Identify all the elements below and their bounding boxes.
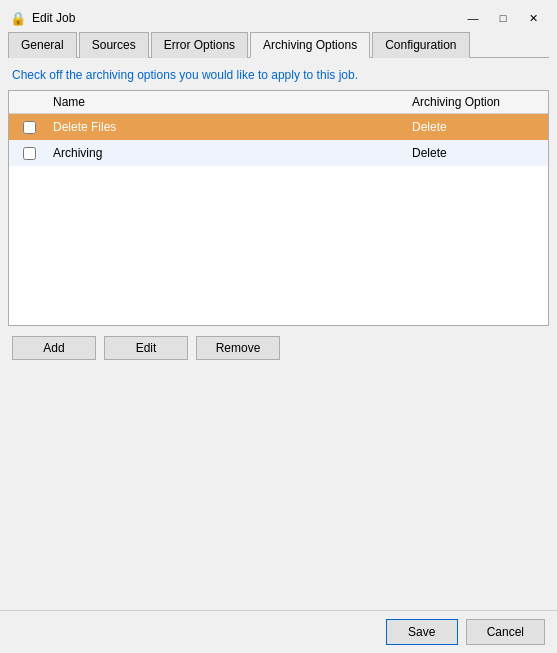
bottom-bar: Save Cancel xyxy=(0,610,557,653)
spacer xyxy=(8,368,549,602)
add-button[interactable]: Add xyxy=(12,336,96,360)
tab-error-options[interactable]: Error Options xyxy=(151,32,248,58)
tab-archiving-options[interactable]: Archiving Options xyxy=(250,32,370,58)
cancel-button[interactable]: Cancel xyxy=(466,619,545,645)
tab-bar: General Sources Error Options Archiving … xyxy=(8,32,549,58)
row-1-option: Delete xyxy=(408,146,548,160)
name-col-header: Name xyxy=(49,95,408,109)
action-buttons: Add Edit Remove xyxy=(8,336,549,360)
window-title: Edit Job xyxy=(32,11,453,25)
tab-configuration[interactable]: Configuration xyxy=(372,32,469,58)
row-1-checkbox-cell xyxy=(9,147,49,160)
row-0-name: Delete Files xyxy=(49,120,408,134)
minimize-button[interactable]: — xyxy=(459,8,487,28)
tab-general[interactable]: General xyxy=(8,32,77,58)
window-body: General Sources Error Options Archiving … xyxy=(0,32,557,610)
row-0-option: Delete xyxy=(408,120,548,134)
row-0-checkbox-cell xyxy=(9,121,49,134)
checkbox-col-header xyxy=(9,95,49,109)
close-button[interactable]: ✕ xyxy=(519,8,547,28)
table-body: Delete Files Delete Archiving Delete xyxy=(9,114,548,325)
window-controls: — □ ✕ xyxy=(459,8,547,28)
remove-button[interactable]: Remove xyxy=(196,336,280,360)
instruction-text: Check off the archiving options you woul… xyxy=(8,68,549,82)
row-0-checkbox[interactable] xyxy=(23,121,36,134)
save-button[interactable]: Save xyxy=(386,619,458,645)
window-icon: 🔒 xyxy=(10,10,26,26)
edit-button[interactable]: Edit xyxy=(104,336,188,360)
title-bar: 🔒 Edit Job — □ ✕ xyxy=(0,0,557,32)
archiving-table: Name Archiving Option Delete Files Delet… xyxy=(8,90,549,326)
row-1-name: Archiving xyxy=(49,146,408,160)
tab-sources[interactable]: Sources xyxy=(79,32,149,58)
table-row[interactable]: Archiving Delete xyxy=(9,140,548,166)
archiving-options-panel: Check off the archiving options you woul… xyxy=(8,58,549,602)
maximize-button[interactable]: □ xyxy=(489,8,517,28)
option-col-header: Archiving Option xyxy=(408,95,548,109)
row-1-checkbox[interactable] xyxy=(23,147,36,160)
table-row[interactable]: Delete Files Delete xyxy=(9,114,548,140)
table-header: Name Archiving Option xyxy=(9,91,548,114)
